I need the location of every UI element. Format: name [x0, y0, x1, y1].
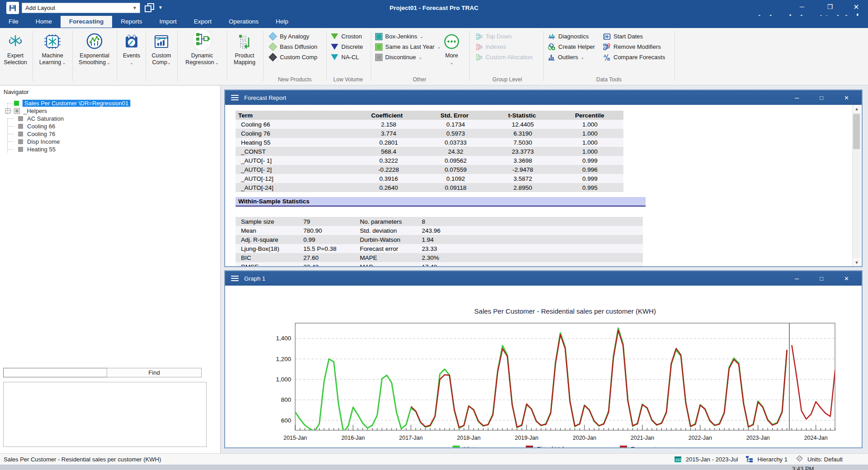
- table-row: _AUTO[- 2]-0.22280.07559-2.94780.996: [236, 165, 623, 174]
- report-close-button[interactable]: ✕: [844, 94, 849, 101]
- chevron-down-icon: ⌄: [106, 61, 110, 65]
- diagnostics-icon: [548, 33, 556, 40]
- tree-item-cooling-76[interactable]: Cooling 76: [0, 130, 217, 138]
- table-row: Cooling 662.1580.173412.44051.000: [236, 120, 623, 129]
- svg-text:1,200: 1,200: [276, 356, 291, 362]
- find-input[interactable]: [3, 368, 108, 377]
- compare-forecasts-icon: AB: [603, 54, 611, 61]
- tree-collapse-icon[interactable]: –: [5, 108, 10, 113]
- scroll-up-icon[interactable]: ▲: [853, 105, 861, 113]
- report-scrollbar[interactable]: ▲ ▼: [852, 105, 861, 266]
- maximize-button[interactable]: ❐: [821, 1, 839, 13]
- remove-modifiers-button[interactable]: Remove Modifiers: [603, 42, 661, 52]
- status-units[interactable]: Units: Default: [807, 456, 843, 463]
- save-icon[interactable]: [6, 2, 19, 14]
- forecast-pro-app: Add Layout ▼ ▼ Project01 - Forecast Pro …: [0, 0, 868, 470]
- tab-export[interactable]: Export: [185, 16, 220, 28]
- discrete-button[interactable]: Discrete: [331, 42, 363, 52]
- graph-maximize-button[interactable]: □: [820, 275, 823, 282]
- tab-file[interactable]: File: [0, 16, 27, 28]
- minimize-button[interactable]: ─: [793, 1, 811, 13]
- navigator-listbox[interactable]: [3, 382, 207, 447]
- hierarchy-icon: [745, 456, 753, 463]
- custom-comp-new-products-button[interactable]: Custom Comp: [269, 52, 317, 62]
- indexes-icon: [476, 43, 483, 51]
- graph-titlebar[interactable]: Graph 1 ─ □ ✕: [225, 271, 862, 286]
- report-minimize-button[interactable]: ─: [795, 94, 799, 101]
- svg-text:2024-Jan: 2024-Jan: [804, 435, 828, 441]
- custom-comp-icon: [148, 29, 175, 50]
- layout-windows-icon[interactable]: [145, 3, 155, 12]
- chevron-down-icon: ▼: [132, 5, 137, 10]
- tree-item-helpers-label: _Helpers: [24, 108, 47, 114]
- create-helper-button[interactable]: Create Helper: [548, 42, 595, 52]
- scrollbar-thumb[interactable]: [853, 114, 860, 149]
- discontinue-button[interactable]: Discontinue⌄: [375, 52, 422, 62]
- tree-item-helpers[interactable]: – _Helpers: [0, 107, 217, 115]
- more-button[interactable]: More⌄: [438, 29, 466, 83]
- svg-text:2015-Jan: 2015-Jan: [283, 435, 307, 441]
- croston-button[interactable]: Croston: [331, 32, 362, 41]
- forecast-report-titlebar[interactable]: Forecast Report ─ □ ✕: [225, 90, 862, 105]
- tab-help[interactable]: Help: [267, 16, 297, 28]
- graph-close-button[interactable]: ✕: [844, 275, 849, 282]
- tree-item-disp-income[interactable]: Disp Income: [0, 138, 217, 146]
- dynamic-regression-button[interactable]: DynamicRegression ⌄: [180, 29, 224, 83]
- outliers-button[interactable]: Outliers⌄: [548, 52, 584, 62]
- svg-text:A: A: [604, 54, 607, 58]
- events-icon: [119, 29, 144, 50]
- status-hierarchy[interactable]: Hierarchy 1: [757, 456, 787, 463]
- navigator-title: Navigator: [4, 89, 29, 95]
- find-button[interactable]: Find: [107, 368, 202, 377]
- forecast-report-window: Forecast Report ─ □ ✕ TermCoefficientStd…: [224, 89, 863, 267]
- status-bar: Sales Per Customer - Residential sales p…: [0, 453, 868, 465]
- na-cl-button[interactable]: NA-CL: [331, 52, 359, 62]
- scroll-down-icon[interactable]: ▼: [853, 258, 861, 266]
- layout-combobox[interactable]: Add Layout ▼: [22, 3, 140, 13]
- tree-item-heating-55[interactable]: Heating 55: [0, 146, 217, 153]
- group-level-group-label: Group Level: [470, 76, 544, 83]
- legend-swatch: [453, 446, 460, 447]
- product-mapping-button[interactable]: ProductMapping: [230, 29, 259, 83]
- report-maximize-button[interactable]: □: [820, 94, 823, 101]
- graph-minimize-button[interactable]: ─: [795, 275, 799, 282]
- tab-home[interactable]: Home: [27, 16, 61, 28]
- svg-text:2022-Jan: 2022-Jan: [689, 435, 712, 441]
- close-button[interactable]: ✕: [847, 1, 865, 13]
- compare-forecasts-button[interactable]: AB Compare Forecasts: [603, 52, 665, 62]
- qat-dropdown-icon[interactable]: ▼: [158, 5, 163, 10]
- table-row: _AUTO[-12]0.39160.10923.58720.999: [236, 174, 623, 183]
- box-jenkins-button[interactable]: Box-Jenkins⌄: [375, 32, 423, 41]
- start-dates-button[interactable]: Start Dates: [603, 32, 643, 41]
- chevron-down-icon: ⌄: [581, 55, 585, 60]
- tree-item-cooling-66[interactable]: Cooling 66: [0, 122, 217, 130]
- stats-row: Adj. R-square0.99Durbin-Watson1.94: [236, 235, 643, 244]
- same-as-last-year-button[interactable]: Same as Last Year⌄: [375, 42, 441, 52]
- product-mapping-icon: [230, 29, 259, 50]
- machine-learning-button[interactable]: MachineLearning ⌄: [36, 29, 69, 83]
- tree-item-root[interactable]: Sales Per Customer \DR=Regression01: [0, 99, 217, 107]
- bass-diffusion-button[interactable]: Bass Diffusion: [269, 42, 317, 52]
- graph-window: Graph 1 ─ □ ✕ Sales Per Customer - Resid…: [224, 270, 863, 448]
- outliers-icon: [548, 54, 555, 61]
- tab-import[interactable]: Import: [151, 16, 185, 28]
- na-cl-icon: [331, 54, 338, 60]
- tab-reports[interactable]: Reports: [112, 16, 151, 28]
- custom-comp-button[interactable]: CustomComp⌄: [148, 29, 175, 83]
- window-menu-icon[interactable]: [231, 274, 239, 282]
- events-button[interactable]: Events⌄: [119, 29, 144, 83]
- tab-operations[interactable]: Operations: [220, 16, 267, 28]
- chevron-down-icon: ⌄: [419, 55, 422, 60]
- window-menu-icon[interactable]: [231, 94, 239, 102]
- box-jenkins-icon: [375, 33, 382, 40]
- dynamic-regression-label: Dynamic: [191, 52, 213, 59]
- status-date-range[interactable]: 2015-Jan - 2023-Jul: [686, 456, 738, 463]
- diagnostics-button[interactable]: Diagnostics: [548, 32, 589, 41]
- navigator-tree: Sales Per Customer \DR=Regression01 – _H…: [0, 99, 217, 153]
- expert-selection-button[interactable]: ExpertSelection: [1, 29, 30, 83]
- tab-forecasting[interactable]: Forecasting: [61, 16, 113, 28]
- by-analogy-button[interactable]: By Analogy: [269, 32, 309, 41]
- tree-item-ac-saturation[interactable]: AC Saturation: [0, 115, 217, 122]
- discontinue-icon: [375, 54, 382, 61]
- exponential-smoothing-button[interactable]: ExponentialSmoothing ⌄: [75, 29, 114, 83]
